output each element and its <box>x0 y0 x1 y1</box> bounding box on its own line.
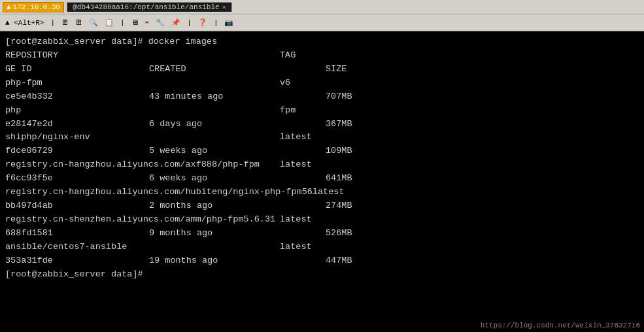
row-repo: shiphp/nginx-env <box>5 131 280 144</box>
watermark: https://blog.csdn.net/weixin_37632716 <box>481 322 640 329</box>
table-row: fdce06729 5 weeks ago 109MB <box>5 144 639 158</box>
end-prompt: [root@zabbix_server data]# <box>5 268 143 282</box>
row-created: 6 weeks ago <box>149 172 326 186</box>
row-created: 5 weeks ago <box>149 144 326 158</box>
toolbar-icon-7[interactable]: 🔧 <box>153 18 167 27</box>
header-id: GE ID <box>5 63 149 76</box>
toolbar-icon-9[interactable]: ❓ <box>195 18 210 27</box>
header-repo: REPOSITORY <box>5 49 280 63</box>
table-row: f6cc93f5e 6 weeks ago 641MB <box>5 172 639 186</box>
toolbar-sep3: | <box>184 18 194 27</box>
row-tag: latest <box>280 213 345 227</box>
row-created: 43 minutes ago <box>149 90 326 104</box>
table-row: ce5e4b332 43 minutes ago 707MB <box>5 90 639 104</box>
row-id: f6cc93f5e <box>5 172 149 186</box>
header-line2: GE ID CREATED SIZE <box>5 63 639 76</box>
toolbar-sep4: | <box>211 18 221 27</box>
end-prompt-line: [root@zabbix_server data]# <box>5 268 639 282</box>
warning-ip: 172.16.0.30 <box>13 3 61 11</box>
row-id: bb497d4ab <box>5 199 149 213</box>
row-size: 707MB <box>326 90 404 104</box>
row-size: 447MB <box>326 254 404 268</box>
row-repo: registry.cn-shenzhen.aliyuncs.com/amm/ph… <box>5 213 280 227</box>
row-repo: php <box>5 104 280 118</box>
toolbar-icon-3[interactable]: 🔍 <box>86 18 101 27</box>
row-id: 688fd1581 <box>5 227 149 241</box>
header-line: REPOSITORY TAG <box>5 49 639 63</box>
row-size: 274MB <box>326 199 404 213</box>
table-row: php fpm <box>5 104 639 118</box>
table-row: ansible/centos7-ansible latest <box>5 241 639 254</box>
tab-close-icon[interactable]: ✕ <box>222 3 226 11</box>
table-row: e28147e2d 6 days ago 367MB <box>5 118 639 131</box>
toolbar-icon-1[interactable]: 🖹 <box>59 18 71 27</box>
table-row: registry.cn-hangzhou.aliyuncs.com/axf888… <box>5 158 639 172</box>
row-id: e28147e2d <box>5 118 149 131</box>
row-tag: latest <box>280 158 345 172</box>
row-created: 9 months ago <box>149 227 326 241</box>
row-id: 353a31fde <box>5 254 149 268</box>
row-size: 526MB <box>326 227 404 241</box>
row-tag: v6 <box>280 76 345 90</box>
row-created: 6 days ago <box>149 118 326 131</box>
toolbar: ▲ <Alt+R> | 🖹 🖹 🔍 📋 | 🖥 ✂ 🔧 📌 | ❓ | 📷 <box>0 14 644 31</box>
row-tag: latest <box>280 131 345 144</box>
header-tag: TAG <box>280 49 345 63</box>
toolbar-icon-5[interactable]: 🖥 <box>129 18 141 27</box>
row-tag: fpm <box>280 104 345 118</box>
toolbar-icon-10[interactable]: 📷 <box>222 18 236 27</box>
table-row: shiphp/nginx-env latest <box>5 131 639 144</box>
row-size: 641MB <box>326 172 404 186</box>
table-row: php-fpm v6 <box>5 76 639 90</box>
toolbar-icon-6[interactable]: ✂ <box>143 18 152 27</box>
header-created: CREATED <box>149 63 326 76</box>
table-row: 353a31fde 19 months ago 447MB <box>5 254 639 268</box>
toolbar-alt: ▲ <Alt+R> <box>3 18 46 27</box>
row-repo: php-fpm <box>5 76 280 90</box>
toolbar-icon-4[interactable]: 📋 <box>102 18 116 27</box>
toolbar-sep: | <box>48 18 58 27</box>
toolbar-icon-2[interactable]: 🖹 <box>73 18 85 27</box>
row-id: ce5e4b332 <box>5 90 149 104</box>
warning-tab[interactable]: ▲ 172.16.0.30 <box>3 2 64 12</box>
row-created: 2 months ago <box>149 199 326 213</box>
command-line: [root@zabbix_server data]# docker images <box>5 35 639 49</box>
warning-icon: ▲ <box>7 3 11 11</box>
row-repo: registry.cn-hangzhou.aliyuncs.com/hubite… <box>5 186 313 199</box>
row-repo: registry.cn-hangzhou.aliyuncs.com/axf888… <box>5 158 280 172</box>
titlebar: ▲ 172.16.0.30 @db434288aa16:/opt/ansible… <box>0 0 644 14</box>
table-row: registry.cn-shenzhen.aliyuncs.com/amm/ph… <box>5 213 639 227</box>
row-created: 19 months ago <box>149 254 326 268</box>
toolbar-icon-8[interactable]: 📌 <box>169 18 183 27</box>
row-tag: latest <box>313 186 378 199</box>
row-tag: latest <box>280 241 345 254</box>
tab-label: @db434288aa16:/opt/ansible/ansible <box>73 3 219 11</box>
row-repo: ansible/centos7-ansible <box>5 241 280 254</box>
active-tab[interactable]: @db434288aa16:/opt/ansible/ansible ✕ <box>67 2 231 12</box>
table-row: registry.cn-hangzhou.aliyuncs.com/hubite… <box>5 186 639 199</box>
header-size: SIZE <box>326 63 404 76</box>
table-row: 688fd1581 9 months ago 526MB <box>5 227 639 241</box>
terminal[interactable]: [root@zabbix_server data]# docker images… <box>0 31 644 332</box>
prompt-text: [root@zabbix_server data]# docker images <box>5 35 217 49</box>
row-size: 367MB <box>326 118 404 131</box>
table-row: bb497d4ab 2 months ago 274MB <box>5 199 639 213</box>
row-id: fdce06729 <box>5 144 149 158</box>
toolbar-sep2: | <box>118 18 127 27</box>
row-size: 109MB <box>326 144 404 158</box>
